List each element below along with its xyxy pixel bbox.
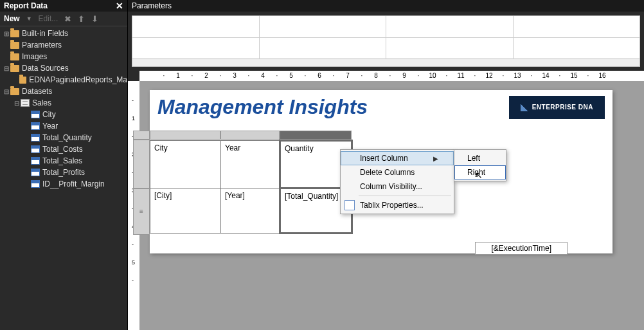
- tree-item-label: Total_Profits: [42, 168, 85, 177]
- field-icon: [31, 122, 40, 130]
- context-menu-label: Delete Columns: [360, 168, 415, 177]
- tree-item-label: Total_Sales: [42, 156, 82, 165]
- column-selector[interactable]: [280, 131, 352, 140]
- ruler-horizontal: ·1·2·3·4·5·6·7·8·9·10·11·12·13·14·15·16: [139, 71, 644, 81]
- tree-item[interactable]: ⊟Data Sources: [0, 62, 127, 74]
- tablix-data-cell[interactable]: [City]: [150, 188, 221, 234]
- chevron-down-icon[interactable]: ▼: [26, 15, 32, 22]
- tree-item[interactable]: ID__Profit_Margin: [0, 178, 127, 190]
- tree-item[interactable]: Total_Sales: [0, 155, 127, 167]
- tree-item[interactable]: Images: [0, 51, 127, 62]
- tree-item-label: Total_Costs: [42, 145, 83, 154]
- tablix-header-cell[interactable]: Year: [221, 141, 280, 188]
- field-icon: [31, 180, 40, 188]
- context-menu-label: Insert Column: [360, 154, 408, 163]
- context-menu-item[interactable]: Delete Columns: [341, 165, 454, 179]
- design-surface[interactable]: -1-2-3-4-5- ≡ ≡ Management Insights ENTE…: [128, 81, 644, 330]
- context-menu-label: Column Visibility...: [360, 182, 422, 191]
- tree-item[interactable]: Total_Quantity: [0, 132, 127, 143]
- tree-item[interactable]: ⊟Datasets: [0, 86, 127, 97]
- field-icon: [31, 134, 40, 142]
- folder-icon: [10, 42, 19, 49]
- tree-item-label: Datasets: [22, 87, 52, 96]
- context-menu-item[interactable]: Tablix Properties...: [341, 198, 454, 212]
- report-data-toolbar: New ▼ Edit... ✖ ⬆ ⬇: [0, 12, 127, 26]
- tree-item[interactable]: Total_Costs: [0, 143, 127, 155]
- tree-item-label: Images: [22, 52, 47, 61]
- tree-item[interactable]: ⊞Built-in Fields: [0, 28, 127, 39]
- row-selector[interactable]: ≡: [133, 188, 150, 235]
- tree-item-label: Total_Quantity: [42, 133, 92, 142]
- field-icon: [31, 145, 40, 153]
- tree-item[interactable]: ⊟Sales: [0, 97, 127, 109]
- row-selector[interactable]: [133, 140, 150, 188]
- move-down-icon[interactable]: ⬇: [91, 14, 98, 24]
- logo-badge[interactable]: ENTERPRISE DNA: [509, 96, 605, 119]
- parameters-grid[interactable]: [132, 15, 640, 59]
- tablix-header-cell[interactable]: City: [150, 141, 221, 188]
- tree-item[interactable]: Year: [0, 120, 127, 132]
- field-icon: [31, 157, 40, 165]
- edit-button: Edit...: [39, 14, 58, 23]
- tree-item-label: Data Sources: [22, 64, 69, 73]
- context-submenu[interactable]: LeftRight: [454, 149, 506, 181]
- parameters-strip: [132, 59, 640, 67]
- context-menu-item[interactable]: Insert Column▶LeftRight: [341, 151, 454, 165]
- context-menu[interactable]: Insert Column▶LeftRightDelete ColumnsCol…: [340, 149, 454, 214]
- tree-item-label: Built-in Fields: [22, 29, 68, 38]
- tablix[interactable]: CityYearQuantity[City][Year][Total_Quant…: [150, 140, 353, 234]
- context-menu-item[interactable]: Column Visibility...: [341, 179, 454, 194]
- dataset-icon: [21, 99, 30, 107]
- report-data-tree[interactable]: ⊞Built-in FieldsParametersImages⊟Data So…: [0, 26, 127, 330]
- parameters-title: Parameters: [132, 1, 172, 10]
- report-data-header: Report Data ✕: [0, 0, 127, 12]
- parameters-header: Parameters: [128, 0, 644, 12]
- tree-item-label: Parameters: [22, 41, 62, 50]
- tree-toggle-icon[interactable]: ⊟: [3, 65, 10, 72]
- tree-toggle-icon[interactable]: ⊟: [3, 88, 10, 95]
- context-submenu-item[interactable]: Right: [454, 165, 506, 179]
- tree-item-label: Year: [42, 122, 58, 131]
- folder-icon: [10, 53, 19, 60]
- move-up-icon[interactable]: ⬆: [78, 14, 85, 24]
- folder-icon: [19, 77, 26, 84]
- chevron-right-icon: ▶: [433, 155, 438, 162]
- tree-item-label: Sales: [32, 98, 51, 107]
- tree-item-label: ID__Profit_Margin: [42, 179, 105, 188]
- tree-item[interactable]: Total_Profits: [0, 167, 127, 178]
- tree-item[interactable]: City: [0, 109, 127, 120]
- tree-item[interactable]: Parameters: [0, 39, 127, 51]
- logo-icon: [521, 104, 528, 111]
- tablix-data-cell[interactable]: [Year]: [221, 188, 280, 234]
- folder-icon: [10, 65, 19, 72]
- tree-toggle-icon[interactable]: ⊞: [3, 30, 10, 37]
- properties-icon: [344, 200, 355, 210]
- close-icon[interactable]: ✕: [116, 1, 123, 11]
- new-button[interactable]: New: [4, 14, 20, 23]
- context-submenu-item[interactable]: Left: [454, 151, 506, 165]
- report-title[interactable]: Management Insights: [157, 95, 368, 119]
- tree-item-label: City: [42, 110, 56, 119]
- tree-item[interactable]: EDNAPaginatedReports_Ma: [0, 74, 127, 86]
- column-selector[interactable]: [150, 131, 220, 140]
- tablix-select-all[interactable]: [133, 131, 150, 140]
- folder-icon: [10, 88, 19, 95]
- field-icon: [31, 111, 40, 118]
- folder-icon: [10, 30, 19, 37]
- tree-toggle-icon[interactable]: ⊟: [13, 100, 21, 107]
- field-icon: [31, 169, 40, 176]
- report-data-title: Report Data: [4, 1, 48, 10]
- context-menu-label: Tablix Properties...: [360, 201, 424, 210]
- logo-text: ENTERPRISE DNA: [532, 104, 593, 111]
- delete-icon[interactable]: ✖: [64, 14, 71, 24]
- execution-time-field[interactable]: [&ExecutionTime]: [475, 242, 568, 255]
- report-data-panel: Report Data ✕ New ▼ Edit... ✖ ⬆ ⬇ ⊞Built…: [0, 0, 128, 330]
- column-selector[interactable]: [220, 131, 280, 140]
- tree-item-label: EDNAPaginatedReports_Ma: [29, 75, 127, 84]
